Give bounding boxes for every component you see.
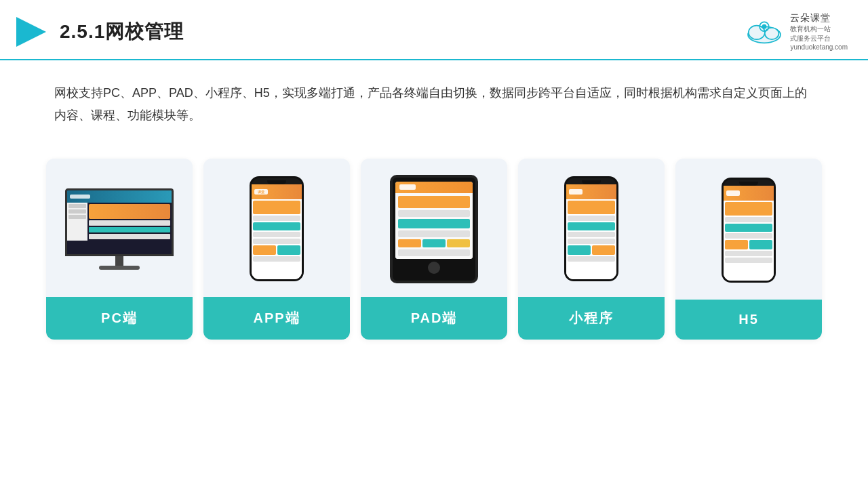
card-pc[interactable]: PC端 bbox=[46, 159, 193, 340]
card-pad[interactable]: PAD端 bbox=[361, 159, 507, 340]
header-left: 2.5.1网校管理 bbox=[14, 14, 184, 49]
card-pad-label: PAD端 bbox=[361, 297, 507, 340]
phone-miniapp-icon bbox=[564, 176, 618, 281]
svg-point-5 bbox=[762, 24, 767, 28]
phone-h5-icon bbox=[722, 178, 776, 283]
description-text: 网校支持PC、APP、PAD、小程序、H5，实现多端打通，产品各终端自由切换，数… bbox=[0, 60, 868, 127]
logo-name: 云朵课堂 bbox=[790, 12, 831, 24]
header: 2.5.1网校管理 云朵课堂 教育机构一站 式服务云平台 yunduoketan… bbox=[0, 0, 868, 60]
svg-marker-0 bbox=[16, 17, 46, 47]
card-app[interactable]: 课堂 bbox=[203, 159, 350, 340]
card-h5[interactable]: H5 bbox=[675, 159, 822, 340]
pc-monitor-icon bbox=[65, 188, 174, 270]
card-app-label: APP端 bbox=[203, 297, 350, 340]
phone-app-icon: 课堂 bbox=[250, 176, 304, 281]
page-title: 2.5.1网校管理 bbox=[60, 19, 184, 45]
logo-cloud-icon bbox=[744, 17, 785, 47]
card-miniapp[interactable]: 小程序 bbox=[518, 159, 665, 340]
card-pc-label: PC端 bbox=[46, 297, 193, 340]
card-pad-image bbox=[361, 159, 507, 297]
logo-sub2: 式服务云平台 bbox=[790, 34, 831, 43]
tablet-pad-icon bbox=[390, 175, 478, 283]
card-h5-image bbox=[675, 159, 822, 300]
cards-container: PC端 课堂 bbox=[0, 134, 868, 340]
logo-domain: yunduoketang.com bbox=[790, 43, 848, 51]
logo-text-area: 云朵课堂 教育机构一站 式服务云平台 yunduoketang.com bbox=[790, 12, 848, 51]
logo-area: 云朵课堂 教育机构一站 式服务云平台 yunduoketang.com bbox=[744, 12, 848, 51]
card-h5-label: H5 bbox=[675, 300, 822, 340]
card-miniapp-image bbox=[518, 159, 665, 297]
card-pc-image bbox=[46, 159, 193, 297]
svg-point-3 bbox=[765, 28, 779, 39]
card-miniapp-label: 小程序 bbox=[518, 297, 665, 340]
logo-sub1: 教育机构一站 bbox=[790, 24, 831, 34]
card-app-image: 课堂 bbox=[203, 159, 350, 297]
play-icon bbox=[14, 14, 49, 49]
